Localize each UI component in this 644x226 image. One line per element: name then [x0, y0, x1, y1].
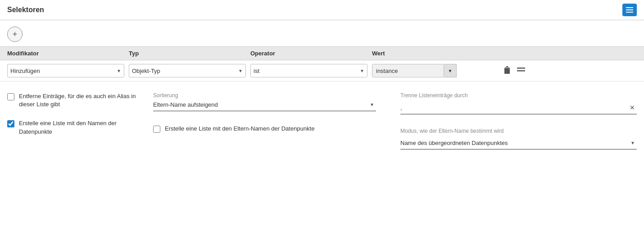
- right-options: Trenne Listeneinträge durch ✕ Modus, wie…: [400, 92, 637, 149]
- svg-rect-1: [626, 9, 633, 10]
- modus-group: Modus, wie der Eltern-Name bestimmt wird…: [400, 128, 637, 149]
- middle-options: Sortierung Eltern-Name aufsteigend ▼ Ers…: [153, 92, 390, 149]
- modifikator-value: Hinzufügen: [10, 68, 117, 74]
- section-header: Selektoren: [0, 0, 644, 20]
- col-actions2: [530, 50, 543, 57]
- modus-value: Name des übergeordneten Datenpunktes: [400, 140, 508, 146]
- sortierung-value: Eltern-Name aufsteigend: [153, 101, 218, 108]
- svg-rect-3: [517, 68, 525, 69]
- equals-icon: [517, 68, 525, 73]
- eltern-namen-checkbox[interactable]: [153, 126, 160, 133]
- col-actions1: [503, 50, 530, 57]
- eltern-namen-label: Erstelle eine Liste mit den Eltern-Namen…: [165, 125, 314, 133]
- options-section: Entferne Einträge, für die es auch ein A…: [0, 85, 644, 157]
- modifikator-dropdown[interactable]: Hinzufügen ▼: [7, 64, 124, 77]
- section-title: Selektoren: [7, 6, 44, 14]
- operator-value: ist: [254, 68, 360, 74]
- checkbox-row-1: Entferne Einträge, für die es auch ein A…: [7, 92, 142, 108]
- typ-dropdown[interactable]: Objekt-Typ ▼: [129, 64, 246, 77]
- action-icons: [503, 65, 530, 77]
- col-modifikator: Modifikator: [7, 50, 129, 57]
- datenpunkte-namen-label: Erstelle eine Liste mit den Namen der Da…: [19, 119, 142, 136]
- sortierung-group: Sortierung Eltern-Name aufsteigend ▼: [153, 92, 376, 111]
- sortierung-arrow-icon: ▼: [370, 102, 374, 107]
- col-operator: Operator: [250, 50, 372, 57]
- col-typ: Typ: [129, 50, 250, 57]
- checkbox-row-3: Erstelle eine Liste mit den Eltern-Namen…: [153, 125, 376, 133]
- alias-checkbox[interactable]: [7, 93, 14, 100]
- trenne-input-field: ✕: [400, 102, 637, 114]
- svg-rect-0: [626, 7, 633, 8]
- wert-arrow-icon: ▼: [448, 68, 453, 73]
- operator-arrow-icon: ▼: [360, 68, 364, 73]
- delete-button[interactable]: [503, 65, 512, 77]
- wert-dropdown-btn[interactable]: ▼: [444, 64, 457, 77]
- operator-dropdown[interactable]: ist ▼: [250, 64, 367, 77]
- datenpunkte-namen-checkbox[interactable]: [7, 120, 14, 127]
- table-row: Hinzufügen ▼ Objekt-Typ ▼ ist ▼ ▼: [0, 60, 644, 81]
- sortierung-dropdown[interactable]: Eltern-Name aufsteigend ▼: [153, 99, 376, 111]
- left-options: Entferne Einträge, für die es auch ein A…: [7, 92, 142, 149]
- svg-rect-2: [626, 12, 633, 13]
- modus-dropdown[interactable]: Name des übergeordneten Datenpunktes ▼: [400, 138, 637, 149]
- checkbox-row-2: Erstelle eine Liste mit den Namen der Da…: [7, 119, 142, 136]
- modus-label: Modus, wie der Eltern-Name bestimmt wird: [400, 128, 637, 134]
- trash-icon: [503, 66, 511, 74]
- modus-arrow-icon: ▼: [630, 140, 635, 145]
- modifikator-arrow-icon: ▼: [117, 68, 121, 73]
- add-button[interactable]: +: [7, 27, 23, 42]
- middle-checkbox-row: Erstelle eine Liste mit den Eltern-Namen…: [153, 125, 376, 133]
- toggle-button[interactable]: [622, 4, 637, 16]
- plus-icon: +: [13, 30, 18, 39]
- typ-arrow-icon: ▼: [238, 68, 243, 73]
- svg-rect-4: [517, 70, 525, 72]
- typ-value: Objekt-Typ: [132, 68, 238, 74]
- table-header: Modifikator Typ Operator Wert: [0, 46, 644, 60]
- trenne-clear-button[interactable]: ✕: [630, 104, 635, 111]
- wert-cell: ▼: [372, 64, 498, 77]
- trenne-group: Trenne Listeneinträge durch ✕: [400, 92, 637, 114]
- trenne-label: Trenne Listeneinträge durch: [400, 92, 637, 99]
- add-row: +: [0, 20, 644, 46]
- trenne-input[interactable]: [400, 104, 630, 111]
- col-wert: Wert: [372, 50, 503, 57]
- alias-checkbox-label: Entferne Einträge, für die es auch ein A…: [19, 92, 142, 108]
- menu-icon: [626, 7, 633, 13]
- equal-button[interactable]: [516, 66, 526, 76]
- sortierung-label: Sortierung: [153, 92, 376, 99]
- wert-input[interactable]: [372, 64, 444, 77]
